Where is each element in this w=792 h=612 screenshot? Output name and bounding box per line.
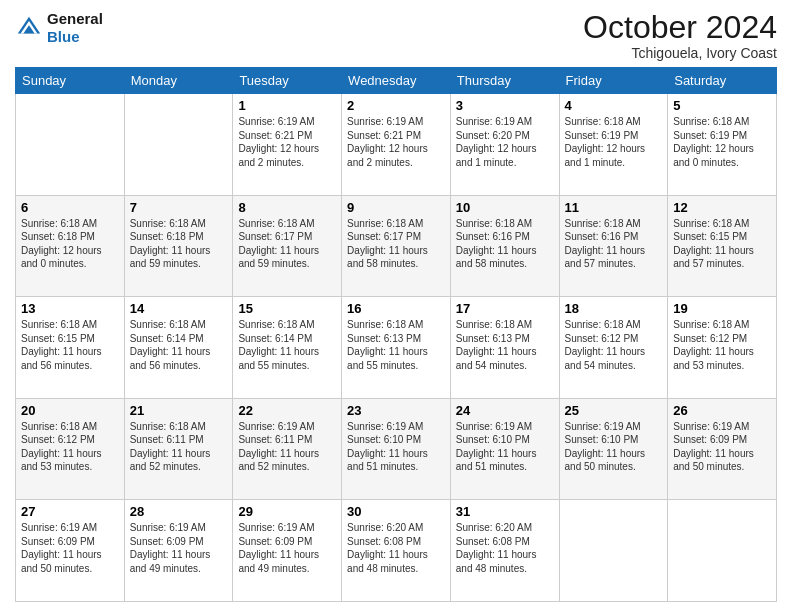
table-row: 18Sunrise: 6:18 AMSunset: 6:12 PMDayligh… xyxy=(559,297,668,399)
table-row xyxy=(124,94,233,196)
calendar-week-2: 6Sunrise: 6:18 AMSunset: 6:18 PMDaylight… xyxy=(16,195,777,297)
cell-info: Sunrise: 6:18 AMSunset: 6:11 PMDaylight:… xyxy=(130,420,228,474)
day-number: 16 xyxy=(347,301,445,316)
table-row: 22Sunrise: 6:19 AMSunset: 6:11 PMDayligh… xyxy=(233,398,342,500)
cell-info: Sunrise: 6:18 AMSunset: 6:15 PMDaylight:… xyxy=(673,217,771,271)
day-number: 6 xyxy=(21,200,119,215)
day-number: 18 xyxy=(565,301,663,316)
cell-info: Sunrise: 6:19 AMSunset: 6:10 PMDaylight:… xyxy=(565,420,663,474)
day-number: 11 xyxy=(565,200,663,215)
day-number: 20 xyxy=(21,403,119,418)
table-row: 23Sunrise: 6:19 AMSunset: 6:10 PMDayligh… xyxy=(342,398,451,500)
calendar-week-4: 20Sunrise: 6:18 AMSunset: 6:12 PMDayligh… xyxy=(16,398,777,500)
cell-info: Sunrise: 6:18 AMSunset: 6:12 PMDaylight:… xyxy=(673,318,771,372)
col-thursday: Thursday xyxy=(450,68,559,94)
cell-info: Sunrise: 6:18 AMSunset: 6:14 PMDaylight:… xyxy=(130,318,228,372)
cell-info: Sunrise: 6:19 AMSunset: 6:20 PMDaylight:… xyxy=(456,115,554,169)
day-number: 29 xyxy=(238,504,336,519)
table-row: 20Sunrise: 6:18 AMSunset: 6:12 PMDayligh… xyxy=(16,398,125,500)
cell-info: Sunrise: 6:20 AMSunset: 6:08 PMDaylight:… xyxy=(347,521,445,575)
cell-info: Sunrise: 6:19 AMSunset: 6:10 PMDaylight:… xyxy=(456,420,554,474)
table-row: 13Sunrise: 6:18 AMSunset: 6:15 PMDayligh… xyxy=(16,297,125,399)
table-row: 28Sunrise: 6:19 AMSunset: 6:09 PMDayligh… xyxy=(124,500,233,602)
cell-info: Sunrise: 6:19 AMSunset: 6:10 PMDaylight:… xyxy=(347,420,445,474)
table-row xyxy=(16,94,125,196)
day-number: 1 xyxy=(238,98,336,113)
day-number: 4 xyxy=(565,98,663,113)
day-number: 28 xyxy=(130,504,228,519)
title-block: October 2024 Tchigouela, Ivory Coast xyxy=(583,10,777,61)
table-row: 11Sunrise: 6:18 AMSunset: 6:16 PMDayligh… xyxy=(559,195,668,297)
day-number: 9 xyxy=(347,200,445,215)
col-sunday: Sunday xyxy=(16,68,125,94)
day-number: 10 xyxy=(456,200,554,215)
cell-info: Sunrise: 6:19 AMSunset: 6:09 PMDaylight:… xyxy=(130,521,228,575)
table-row xyxy=(668,500,777,602)
table-row: 6Sunrise: 6:18 AMSunset: 6:18 PMDaylight… xyxy=(16,195,125,297)
table-row: 9Sunrise: 6:18 AMSunset: 6:17 PMDaylight… xyxy=(342,195,451,297)
table-row: 8Sunrise: 6:18 AMSunset: 6:17 PMDaylight… xyxy=(233,195,342,297)
cell-info: Sunrise: 6:19 AMSunset: 6:09 PMDaylight:… xyxy=(21,521,119,575)
cell-info: Sunrise: 6:18 AMSunset: 6:18 PMDaylight:… xyxy=(21,217,119,271)
cell-info: Sunrise: 6:18 AMSunset: 6:17 PMDaylight:… xyxy=(238,217,336,271)
cell-info: Sunrise: 6:19 AMSunset: 6:09 PMDaylight:… xyxy=(673,420,771,474)
table-row: 24Sunrise: 6:19 AMSunset: 6:10 PMDayligh… xyxy=(450,398,559,500)
day-number: 3 xyxy=(456,98,554,113)
cell-info: Sunrise: 6:18 AMSunset: 6:12 PMDaylight:… xyxy=(21,420,119,474)
col-wednesday: Wednesday xyxy=(342,68,451,94)
col-tuesday: Tuesday xyxy=(233,68,342,94)
calendar-table: Sunday Monday Tuesday Wednesday Thursday… xyxy=(15,67,777,602)
day-number: 19 xyxy=(673,301,771,316)
day-number: 23 xyxy=(347,403,445,418)
logo-text: General Blue xyxy=(47,10,103,46)
table-row: 7Sunrise: 6:18 AMSunset: 6:18 PMDaylight… xyxy=(124,195,233,297)
logo: General Blue xyxy=(15,10,103,46)
header: General Blue October 2024 Tchigouela, Iv… xyxy=(15,10,777,61)
day-number: 21 xyxy=(130,403,228,418)
day-number: 25 xyxy=(565,403,663,418)
main-title: October 2024 xyxy=(583,10,777,45)
day-number: 30 xyxy=(347,504,445,519)
table-row: 12Sunrise: 6:18 AMSunset: 6:15 PMDayligh… xyxy=(668,195,777,297)
table-row: 19Sunrise: 6:18 AMSunset: 6:12 PMDayligh… xyxy=(668,297,777,399)
day-number: 13 xyxy=(21,301,119,316)
day-number: 8 xyxy=(238,200,336,215)
calendar-header-row: Sunday Monday Tuesday Wednesday Thursday… xyxy=(16,68,777,94)
col-monday: Monday xyxy=(124,68,233,94)
table-row: 3Sunrise: 6:19 AMSunset: 6:20 PMDaylight… xyxy=(450,94,559,196)
cell-info: Sunrise: 6:18 AMSunset: 6:15 PMDaylight:… xyxy=(21,318,119,372)
day-number: 17 xyxy=(456,301,554,316)
cell-info: Sunrise: 6:18 AMSunset: 6:13 PMDaylight:… xyxy=(456,318,554,372)
day-number: 7 xyxy=(130,200,228,215)
day-number: 5 xyxy=(673,98,771,113)
table-row: 16Sunrise: 6:18 AMSunset: 6:13 PMDayligh… xyxy=(342,297,451,399)
day-number: 26 xyxy=(673,403,771,418)
table-row: 27Sunrise: 6:19 AMSunset: 6:09 PMDayligh… xyxy=(16,500,125,602)
calendar-week-3: 13Sunrise: 6:18 AMSunset: 6:15 PMDayligh… xyxy=(16,297,777,399)
table-row: 15Sunrise: 6:18 AMSunset: 6:14 PMDayligh… xyxy=(233,297,342,399)
cell-info: Sunrise: 6:19 AMSunset: 6:09 PMDaylight:… xyxy=(238,521,336,575)
col-saturday: Saturday xyxy=(668,68,777,94)
day-number: 14 xyxy=(130,301,228,316)
cell-info: Sunrise: 6:18 AMSunset: 6:12 PMDaylight:… xyxy=(565,318,663,372)
table-row: 29Sunrise: 6:19 AMSunset: 6:09 PMDayligh… xyxy=(233,500,342,602)
table-row: 31Sunrise: 6:20 AMSunset: 6:08 PMDayligh… xyxy=(450,500,559,602)
day-number: 15 xyxy=(238,301,336,316)
subtitle: Tchigouela, Ivory Coast xyxy=(583,45,777,61)
cell-info: Sunrise: 6:18 AMSunset: 6:17 PMDaylight:… xyxy=(347,217,445,271)
cell-info: Sunrise: 6:18 AMSunset: 6:16 PMDaylight:… xyxy=(565,217,663,271)
cell-info: Sunrise: 6:19 AMSunset: 6:21 PMDaylight:… xyxy=(238,115,336,169)
col-friday: Friday xyxy=(559,68,668,94)
table-row: 5Sunrise: 6:18 AMSunset: 6:19 PMDaylight… xyxy=(668,94,777,196)
day-number: 24 xyxy=(456,403,554,418)
table-row: 10Sunrise: 6:18 AMSunset: 6:16 PMDayligh… xyxy=(450,195,559,297)
day-number: 31 xyxy=(456,504,554,519)
table-row: 1Sunrise: 6:19 AMSunset: 6:21 PMDaylight… xyxy=(233,94,342,196)
table-row: 26Sunrise: 6:19 AMSunset: 6:09 PMDayligh… xyxy=(668,398,777,500)
table-row: 4Sunrise: 6:18 AMSunset: 6:19 PMDaylight… xyxy=(559,94,668,196)
cell-info: Sunrise: 6:18 AMSunset: 6:19 PMDaylight:… xyxy=(673,115,771,169)
cell-info: Sunrise: 6:18 AMSunset: 6:16 PMDaylight:… xyxy=(456,217,554,271)
calendar-week-1: 1Sunrise: 6:19 AMSunset: 6:21 PMDaylight… xyxy=(16,94,777,196)
table-row: 17Sunrise: 6:18 AMSunset: 6:13 PMDayligh… xyxy=(450,297,559,399)
cell-info: Sunrise: 6:18 AMSunset: 6:18 PMDaylight:… xyxy=(130,217,228,271)
